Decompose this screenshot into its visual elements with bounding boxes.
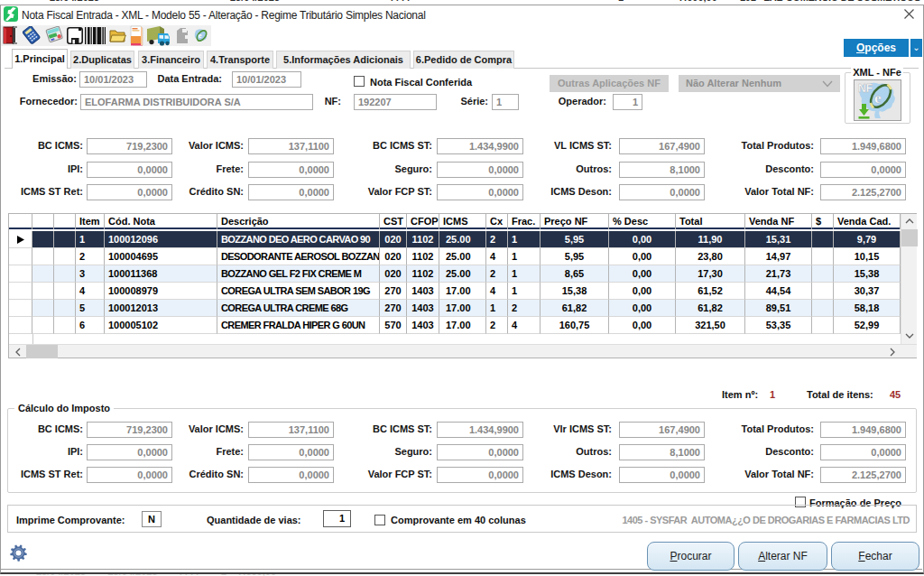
svg-text:NF: NF	[858, 82, 873, 95]
svg-text:e: e	[199, 31, 202, 40]
svg-text:e: e	[874, 89, 882, 107]
